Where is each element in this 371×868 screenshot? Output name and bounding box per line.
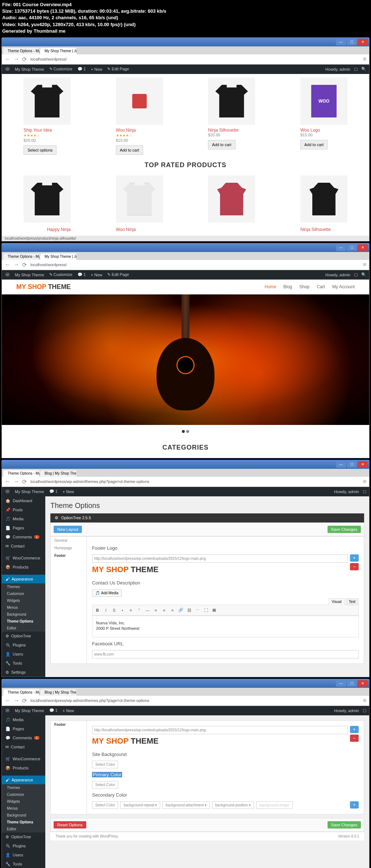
editor-content[interactable]: Nueva Vida, Inc. 2000 P Street Northwest [92,616,359,637]
sidebar-item-comments[interactable]: 💬 Comments 1 [2,533,45,542]
save-changes-button[interactable]: Save Changes [328,526,361,533]
window-close[interactable]: ✕ [358,680,368,687]
address-input[interactable]: localhost/wordpress/ [30,56,360,62]
sidebar-item-plugins[interactable]: 🔌 Plugins [2,641,45,650]
comments-link[interactable]: 💬 1 [49,489,58,494]
sidebar-item-dashboard[interactable]: 🏠 Dashboard [2,496,45,505]
product-card[interactable]: WOO Woo Logo $15.00 Add to cart [300,78,347,155]
visual-tab[interactable]: Visual [329,598,345,605]
sidebar-sub-widgets[interactable]: Widgets [2,798,45,805]
product-card[interactable] [116,175,163,223]
sidebar-sub-background[interactable]: Background [2,812,45,819]
forward-icon[interactable]: → [13,261,19,268]
browser-tab[interactable]: Theme Options - My [3,689,39,696]
nav-blog[interactable]: Blog [283,284,292,289]
reload-icon[interactable]: ⟳ [22,56,27,63]
search-icon[interactable]: 🔍 [361,67,366,71]
sidebar-item-tools[interactable]: 🔧 Tools [2,659,45,668]
howdy[interactable]: Howdy, admin [325,67,350,71]
sidebar-sub-customize[interactable]: Customize [2,590,45,597]
sidebar-item-comments[interactable]: 💬 Comments 1 [2,733,45,743]
product-card[interactable] [24,175,71,223]
sidebar-sub-menus[interactable]: Menus [2,604,45,611]
product-name[interactable]: Woo Ninja [116,227,163,232]
product-card[interactable]: Ship Your Idea ★★★★☆ $20.00 Select optio… [24,78,71,155]
site-name[interactable]: My Shop Theme [15,67,44,71]
ot-tab-footer[interactable]: Footer [51,721,87,728]
nav-cart[interactable]: Cart [317,284,325,289]
text-tab[interactable]: Text [346,598,359,605]
new-link[interactable]: + New [63,708,74,713]
add-to-cart-button[interactable]: Add to cart [300,140,328,149]
new-link[interactable]: + New [63,489,74,494]
avatar[interactable]: ▢ [354,272,358,277]
window-minimize[interactable]: — [336,244,346,251]
select-color-button[interactable]: Select Color [92,801,118,809]
window-close[interactable]: ✕ [358,461,368,468]
product-card[interactable]: Ninja Silhouette $20.00 Add to cart [208,78,255,155]
window-minimize[interactable]: — [336,39,346,45]
link-icon[interactable]: 🔗 [177,606,185,614]
bg-position-select[interactable]: background-position ▾ [212,801,254,809]
product-card[interactable] [208,175,255,223]
hero-slider[interactable] [2,294,369,425]
site-name[interactable]: My Shop Theme [15,708,44,713]
add-icon[interactable]: + [350,801,359,809]
sidebar-sub-theme-options[interactable]: Theme Options [2,618,45,625]
new-layout-button[interactable]: New Layout [54,526,82,533]
browser-tab[interactable]: Theme Options - My [3,253,39,260]
sidebar-item-appearance[interactable]: 🖌 Appearance [2,776,45,784]
ot-tab-general[interactable]: General [51,537,87,544]
product-card[interactable]: Woo Ninja ★★★★☆ $15.00 Add to cart [116,78,163,155]
window-maximize[interactable]: ☐ [347,39,357,45]
nav-account[interactable]: My Account [332,284,355,289]
sidebar-item-pages[interactable]: 📄 Pages [2,724,45,733]
logo-url-input[interactable] [92,554,348,563]
product-name[interactable]: Ninja Silhouette [300,227,347,232]
add-icon[interactable]: + [350,726,359,733]
sidebar-sub-editor[interactable]: Editor [2,826,45,832]
fullscreen-icon[interactable]: ⛶ [202,606,210,614]
search-icon[interactable]: 🔍 [361,272,366,277]
sidebar-item-settings[interactable]: ⚙ Settings [2,668,45,677]
sidebar-item-pages[interactable]: 📄 Pages [2,524,45,533]
select-color-button[interactable]: Select Color [92,761,118,768]
slider-dots[interactable] [2,425,369,437]
customize-link[interactable]: ✎ Customize [49,67,72,71]
wordpress-icon[interactable]: ⓦ [5,489,10,494]
sidebar-sub-themes[interactable]: Themes [2,784,45,791]
customize-link[interactable]: ✎ Customize [49,272,72,277]
ot-tab-footer[interactable]: Footer [51,552,87,559]
sidebar-item-woocommerce[interactable]: 🛒 WooCommerce [2,755,45,764]
ot-tab-homepage[interactable]: Homepage [51,544,87,552]
strike-icon[interactable]: S [110,606,118,614]
bold-icon[interactable]: B [93,606,101,614]
window-maximize[interactable]: ☐ [347,680,357,687]
sidebar-item-contact[interactable]: ✉ Contact [2,542,45,551]
nav-home[interactable]: Home [264,284,276,289]
howdy[interactable]: Howdy, admin [334,489,359,494]
edit-page-link[interactable]: ✎ Edit Page [107,272,129,277]
reset-options-button[interactable]: Reset Options [54,821,86,828]
comments-link[interactable]: 💬 1 [49,708,58,713]
sidebar-item-media[interactable]: 🎵 Media [2,715,45,724]
browser-tab[interactable]: My Shop Theme | Ju...× [40,48,76,54]
sidebar-sub-background[interactable]: Background [2,611,45,618]
remove-icon[interactable]: − [350,563,359,570]
avatar[interactable]: ▢ [363,489,366,494]
wordpress-icon[interactable]: ⓦ [5,708,10,713]
bg-image-input[interactable]: background-image [256,801,293,809]
sidebar-item-woocommerce[interactable]: 🛒 WooCommerce [2,554,45,563]
browser-tab[interactable]: Theme Options - My [3,470,39,477]
kitchen-sink-icon[interactable]: ▦ [210,606,218,614]
sidebar-item-media[interactable]: 🎵 Media [2,514,45,524]
browser-tab[interactable]: Blog | My Shop The...× [40,689,76,696]
menu-icon[interactable]: ≡ [363,478,366,485]
menu-icon[interactable]: ≡ [363,697,366,704]
sidebar-item-users[interactable]: 👤 Users [2,650,45,659]
address-input[interactable]: localhost/wordpress/ [30,262,360,268]
save-changes-button[interactable]: Save Changes [328,821,361,828]
align-left-icon[interactable]: ≡ [152,606,160,614]
sidebar-sub-menus[interactable]: Menus [2,805,45,812]
back-icon[interactable]: ← [5,261,11,268]
